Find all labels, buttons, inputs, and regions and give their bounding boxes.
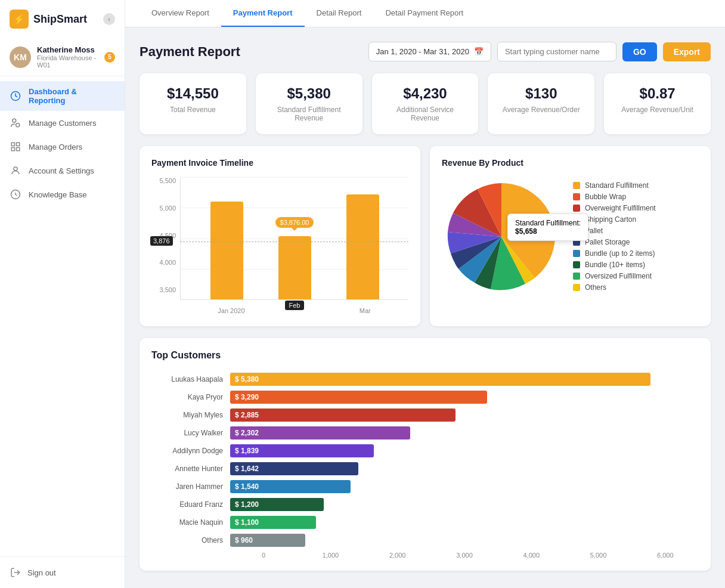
standard-fulfillment-label: Standard Fulfillment Revenue xyxy=(268,106,351,122)
legend-bubble-wrap: Bubble Wrap xyxy=(573,193,656,201)
timeline-chart-title: Payment Invoice Timeline xyxy=(151,158,408,168)
svg-rect-4 xyxy=(17,143,20,146)
sidebar-item-orders[interactable]: Manage Orders xyxy=(0,135,125,159)
metric-total-revenue: $14,550 Total Revenue xyxy=(140,73,246,134)
bar-mar-rect xyxy=(346,194,379,299)
additional-service-value: $4,230 xyxy=(384,85,467,102)
calendar-icon: 📅 xyxy=(474,47,484,56)
top-customers-chart: Luukas Haapala $ 5,380 Kaya Pryor $ 3,29… xyxy=(151,373,699,547)
sign-out-button[interactable]: Sign out xyxy=(0,556,125,588)
y-axis: 5,500 5,000 4,500 4,000 3,500 xyxy=(151,177,178,293)
hbar-x-tick: 4,000 xyxy=(498,552,565,559)
hbar-row: Miyah Myles $ 2,885 xyxy=(151,408,699,422)
legend-dot-overweight xyxy=(573,205,580,212)
hbar-x-axis: 01,0002,0003,0004,0005,0006,000 xyxy=(151,552,699,559)
sign-out-icon xyxy=(10,567,21,578)
legend-dot-bundle-2 xyxy=(573,250,580,257)
svg-rect-6 xyxy=(17,148,20,151)
svg-rect-3 xyxy=(11,143,14,146)
hbar-bar: $ 1,839 xyxy=(230,444,374,457)
hbar-x-tick: 6,000 xyxy=(632,552,699,559)
pie-wrapper: Standard Fulfillment: $5,658 xyxy=(442,177,561,299)
notification-badge[interactable]: 5 xyxy=(104,52,115,63)
tabs-bar: Overview Report Payment Report Detail Re… xyxy=(125,0,725,27)
customer-search-input[interactable] xyxy=(497,42,616,61)
pie-tooltip-label: Standard Fulfillment: xyxy=(515,219,581,227)
hbar-x-tick: 0 xyxy=(230,552,297,559)
metric-additional-service: $4,230 Additional Service Revenue xyxy=(372,73,479,134)
pie-chart-title: Revenue By Product xyxy=(442,158,699,168)
dashed-reference-line: 3,876 xyxy=(180,242,408,242)
legend-dot-bundle-10 xyxy=(573,261,580,268)
customers-icon xyxy=(10,117,21,129)
collapse-button[interactable]: ‹ xyxy=(103,13,115,25)
export-button[interactable]: Export xyxy=(663,42,711,61)
bar-jan xyxy=(210,202,243,299)
hbar-container: $ 1,540 xyxy=(230,480,699,493)
page-title: Payment Report xyxy=(140,44,240,60)
sidebar-item-account[interactable]: Account & Settings xyxy=(0,159,125,182)
hbar-container: $ 3,290 xyxy=(230,391,699,404)
metric-avg-order: $130 Average Revenue/Order xyxy=(488,73,594,134)
hbar-customer-name: Jaren Hammer xyxy=(151,482,223,491)
page-content: Payment Report Jan 1, 2020 - Mar 31, 202… xyxy=(125,27,725,588)
hbar-customer-name: Luukas Haapala xyxy=(151,375,223,383)
sidebar: ⚡ ShipSmart ‹ KM Katherine Moss Florida … xyxy=(0,0,125,588)
hbar-row: Luukas Haapala $ 5,380 xyxy=(151,373,699,386)
orders-icon xyxy=(10,141,21,153)
legend-bundle-2: Bundle (up to 2 items) xyxy=(573,249,656,258)
hbar-row: Jaren Hammer $ 1,540 xyxy=(151,480,699,493)
sidebar-item-knowledge[interactable]: Knowledge Base xyxy=(0,182,125,206)
avatar: KM xyxy=(10,47,31,68)
sidebar-item-customers[interactable]: Manage Customers xyxy=(0,111,125,135)
hbar-bar: $ 1,100 xyxy=(230,516,316,529)
go-button[interactable]: GO xyxy=(622,42,657,61)
tab-detail[interactable]: Detail Report xyxy=(305,0,374,27)
hbar-container: $ 1,642 xyxy=(230,462,699,475)
account-icon xyxy=(10,165,21,177)
user-profile: KM Katherine Moss Florida Warehouse - W0… xyxy=(0,38,125,76)
hbar-bar: $ 1,200 xyxy=(230,498,324,511)
date-picker[interactable]: Jan 1, 2020 - Mar 31, 2020 📅 xyxy=(368,42,491,61)
avg-unit-label: Average Revenue/Unit xyxy=(616,106,699,114)
bar-feb-tooltip: $3,876.00 xyxy=(275,217,314,228)
hbar-x-tick: 1,000 xyxy=(297,552,364,559)
hbar-x-tick: 2,000 xyxy=(364,552,431,559)
hbar-customer-name: Lucy Walker xyxy=(151,429,223,437)
sidebar-account-label: Account & Settings xyxy=(29,166,94,175)
pie-content: Standard Fulfillment: $5,658 Standard Fu… xyxy=(442,177,699,299)
hbar-bar: $ 3,290 xyxy=(230,391,487,404)
sidebar-orders-label: Manage Orders xyxy=(29,143,82,151)
bar-feb-rect xyxy=(278,236,311,299)
tab-payment[interactable]: Payment Report xyxy=(221,0,305,27)
legend-standard-fulfillment: Standard Fulfillment xyxy=(573,181,656,190)
hbar-bar: $ 5,380 xyxy=(230,373,650,386)
svg-rect-5 xyxy=(11,148,14,151)
bar-mar xyxy=(346,194,379,299)
hbar-row: Addilynn Dodge $ 1,839 xyxy=(151,444,699,457)
total-revenue-value: $14,550 xyxy=(151,85,234,102)
legend-overweight: Overweight Fulfillment xyxy=(573,204,656,212)
hbar-container: $ 5,380 xyxy=(230,373,699,386)
legend-dot-oversized xyxy=(573,273,580,280)
pie-tooltip: Standard Fulfillment: $5,658 xyxy=(507,213,588,241)
top-customers-title: Top Customers xyxy=(151,350,699,361)
legend-oversized: Oversized Fulfillment xyxy=(573,272,656,280)
legend-dot-standard xyxy=(573,182,580,189)
hbar-x-tick: 3,000 xyxy=(431,552,498,559)
top-customers-section: Top Customers Luukas Haapala $ 5,380 Kay… xyxy=(140,338,711,571)
tab-overview[interactable]: Overview Report xyxy=(140,0,221,27)
avg-order-label: Average Revenue/Order xyxy=(500,106,583,114)
legend-bundle-10: Bundle (10+ items) xyxy=(573,261,656,269)
sidebar-item-dashboard[interactable]: Dashboard & Reporting xyxy=(0,81,125,111)
tab-detail-payment[interactable]: Detail Payment Report xyxy=(373,0,475,27)
metric-avg-unit: $0.87 Average Revenue/Unit xyxy=(604,73,711,134)
additional-service-label: Additional Service Revenue xyxy=(384,106,467,122)
hbar-row: Lucy Walker $ 2,302 xyxy=(151,426,699,440)
charts-row: Payment Invoice Timeline 5,500 5,000 4,5… xyxy=(140,146,711,326)
standard-fulfillment-value: $5,380 xyxy=(268,85,351,102)
timeline-chart: Payment Invoice Timeline 5,500 5,000 4,5… xyxy=(140,146,420,326)
logo-icon: ⚡ xyxy=(10,10,29,29)
pie-tooltip-value: $5,658 xyxy=(515,227,581,236)
hbar-bar: $ 960 xyxy=(230,534,305,547)
